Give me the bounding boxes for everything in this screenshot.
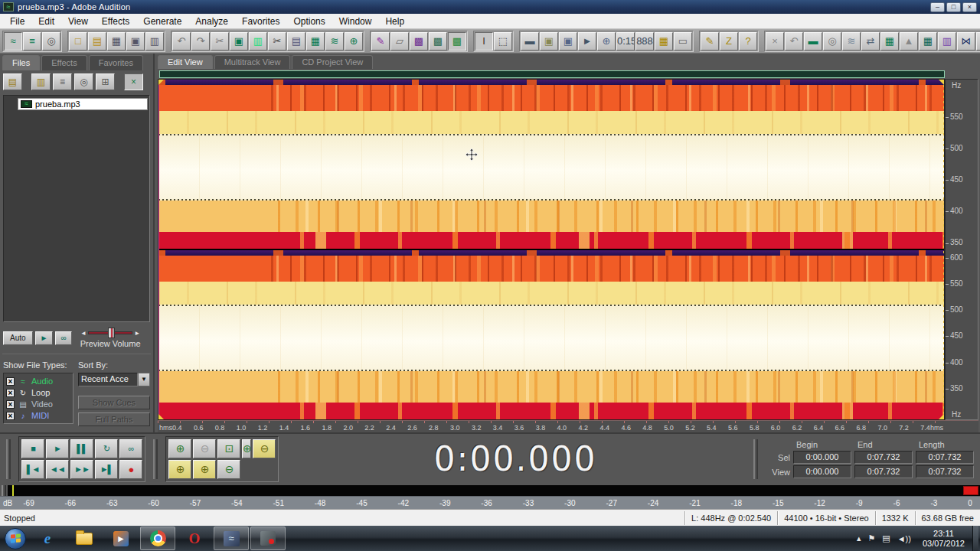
slider-thumb[interactable] bbox=[108, 328, 115, 338]
zoom-left-edge-button[interactable]: ⊕ bbox=[168, 460, 191, 479]
tab-favorites[interactable]: Favorites bbox=[89, 55, 143, 70]
pause-button[interactable]: ▌▌ bbox=[70, 439, 93, 458]
view-length-field[interactable]: 0:07.732 bbox=[916, 465, 974, 478]
meter-grip[interactable] bbox=[2, 485, 6, 496]
delete-silence-button[interactable]: × bbox=[766, 32, 784, 51]
bowtie-button[interactable]: ⋈ bbox=[957, 32, 975, 51]
meter-bar[interactable] bbox=[8, 485, 980, 496]
zoom-in-button[interactable]: ⊕ bbox=[168, 439, 191, 458]
multitrack-view-button[interactable]: ≡ bbox=[23, 32, 41, 51]
revert-button[interactable]: ↶ bbox=[785, 32, 803, 51]
show-zoom-button[interactable]: ▣ bbox=[559, 32, 577, 51]
play-looped-button[interactable]: ↻ bbox=[95, 439, 118, 458]
sel-begin-field[interactable]: 0:00.000 bbox=[793, 451, 851, 464]
taskbar-item-media-player[interactable]: ► bbox=[103, 527, 139, 550]
taskbar-item-explorer[interactable] bbox=[67, 527, 102, 550]
hidden-icons-button[interactable]: ▴ bbox=[857, 533, 861, 543]
tab-multitrack-view[interactable]: Multitrack View bbox=[214, 55, 291, 69]
menu-item[interactable]: Generate bbox=[136, 15, 188, 28]
envelope-button[interactable]: ▦ bbox=[880, 32, 899, 51]
show-zoom-window-button[interactable]: ⊕ bbox=[597, 32, 616, 51]
sel-length-field[interactable]: 0:07.732 bbox=[916, 451, 974, 464]
preview-volume-slider[interactable]: ◄ ► bbox=[82, 328, 139, 338]
show-desktop-button[interactable] bbox=[972, 526, 978, 551]
slider-left-arrow[interactable]: ◄ bbox=[80, 330, 87, 337]
menu-item[interactable]: Edit bbox=[31, 15, 61, 28]
import-file-button[interactable]: ▤ bbox=[3, 73, 22, 90]
menu-item[interactable]: Help bbox=[378, 15, 411, 28]
reverb-button[interactable]: ≋ bbox=[842, 32, 861, 51]
clip-indicator[interactable] bbox=[963, 486, 978, 495]
preview-play-button[interactable]: ► bbox=[35, 331, 54, 345]
file-type-checkbox[interactable]: × bbox=[6, 389, 15, 397]
show-cues-button[interactable]: Show Cues bbox=[78, 396, 150, 409]
zoom-out-button[interactable]: ⊖ bbox=[193, 439, 216, 458]
crop-button[interactable]: ▣ bbox=[230, 32, 248, 51]
spectrogram-right-channel[interactable] bbox=[158, 250, 944, 419]
prueba.mp3[interactable]: ≈ prueba.mp3 bbox=[18, 98, 148, 110]
cut-button[interactable]: ✂ bbox=[268, 32, 286, 51]
marquee-tool-button[interactable]: ▱ bbox=[390, 32, 409, 51]
spectral-view-button[interactable]: ▩ bbox=[410, 32, 428, 51]
full-paths-button[interactable]: Full Paths bbox=[78, 412, 150, 426]
minimize-button[interactable]: – bbox=[930, 2, 945, 12]
panel-grip[interactable] bbox=[753, 439, 758, 479]
dropdown-arrow-icon[interactable]: ▼ bbox=[138, 373, 150, 386]
save-button[interactable]: ▦ bbox=[107, 32, 126, 51]
paste-button[interactable]: ▤ bbox=[287, 32, 305, 51]
amplify-button[interactable]: ◎ bbox=[823, 32, 841, 51]
crossfade-button[interactable]: ⇄ bbox=[861, 32, 880, 51]
menu-item[interactable]: Effects bbox=[95, 15, 136, 28]
action-center-icon[interactable]: ⚑ bbox=[867, 533, 875, 543]
sel-end-field[interactable]: 0:07.732 bbox=[854, 451, 913, 464]
time-display[interactable]: 0:00.000 bbox=[285, 437, 746, 481]
level-meter[interactable]: dB -69-66-63-60-57-54-51-48-45-42-39-36-… bbox=[0, 484, 980, 509]
show-level-meters-button[interactable]: 888 bbox=[635, 32, 654, 51]
go-to-beginning-button[interactable]: ▌◄ bbox=[21, 460, 44, 479]
menu-item[interactable]: View bbox=[61, 15, 95, 28]
insert-session-button[interactable]: ⊞ bbox=[96, 73, 115, 90]
menu-item[interactable]: Analyze bbox=[188, 15, 235, 28]
taskbar-item-opera[interactable]: O bbox=[177, 527, 212, 550]
close-file-button[interactable]: × bbox=[124, 73, 143, 90]
spectral-display[interactable] bbox=[158, 79, 945, 420]
selection-handle-icon[interactable] bbox=[939, 414, 944, 419]
maximize-button[interactable]: □ bbox=[946, 2, 961, 12]
show-status-bar-button[interactable]: ▭ bbox=[674, 32, 692, 51]
menu-item[interactable]: Window bbox=[332, 15, 379, 28]
tab-cd-project-view[interactable]: CD Project View bbox=[292, 55, 373, 69]
frequency-ruler[interactable]: Hz 550500450400350 600550500450400350 Hz bbox=[945, 79, 978, 420]
marquee-selection-button[interactable]: ⬚ bbox=[494, 32, 512, 51]
zoom-out-full-button[interactable]: ⊖ bbox=[253, 439, 276, 458]
loop-button[interactable]: ∞ bbox=[119, 439, 142, 458]
rewind-button[interactable]: ◄◄ bbox=[46, 460, 69, 479]
file-type-checkbox[interactable]: × bbox=[6, 377, 15, 386]
redo-button[interactable]: ↷ bbox=[191, 32, 210, 51]
show-placekeeper-button[interactable]: ▦ bbox=[655, 32, 673, 51]
zoom-right-edge-button[interactable]: ⊕ bbox=[193, 460, 216, 479]
show-organizer-button[interactable]: ▬ bbox=[521, 32, 539, 51]
show-transport-button[interactable]: ▣ bbox=[540, 32, 558, 51]
tab-effects[interactable]: Effects bbox=[41, 55, 87, 70]
panel-grip[interactable] bbox=[153, 439, 158, 479]
mix-paste-button[interactable]: ≋ bbox=[325, 32, 344, 51]
insert-cd-button[interactable]: ◎ bbox=[74, 73, 93, 90]
taskbar-clock[interactable]: 23:11 03/07/2012 bbox=[918, 529, 969, 549]
vertical-zoom-out-button[interactable]: ⊖ bbox=[217, 460, 240, 479]
new-file-button[interactable]: □ bbox=[69, 32, 87, 51]
pan-spectral-button[interactable]: ▩ bbox=[429, 32, 447, 51]
preview-loop-button[interactable]: ∞ bbox=[55, 331, 71, 345]
network-icon[interactable]: ▤ bbox=[882, 533, 890, 543]
help-button[interactable]: ? bbox=[739, 32, 757, 51]
start-button[interactable] bbox=[2, 527, 29, 550]
paste-to-new-button[interactable]: ▦ bbox=[306, 32, 325, 51]
normalize-button[interactable]: ▬ bbox=[804, 32, 822, 51]
go-to-end-button[interactable]: ►▌ bbox=[95, 460, 118, 479]
zoom-to-selection-button[interactable]: ⊡ bbox=[217, 439, 240, 458]
taskbar-item-ie[interactable]: e bbox=[30, 527, 65, 550]
spectrogram-left-channel[interactable] bbox=[158, 80, 944, 249]
taskbar-item-audition[interactable]: ≈ bbox=[214, 527, 249, 550]
save-all-button[interactable]: ▥ bbox=[145, 32, 164, 51]
scripts-button[interactable]: ✎ bbox=[701, 32, 719, 51]
open-file-button[interactable]: ▥ bbox=[31, 73, 51, 90]
